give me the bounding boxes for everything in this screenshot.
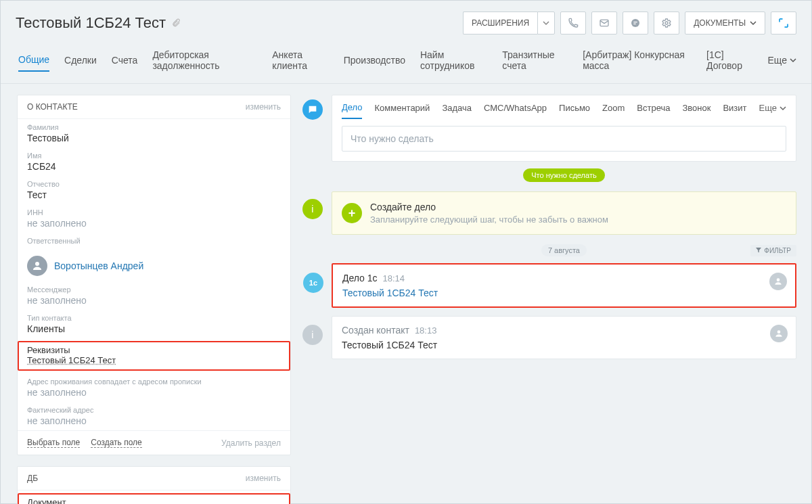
about-title: О КОНТАКТЕ: [27, 102, 78, 112]
tab-hiring[interactable]: Найм сотрудников: [420, 44, 487, 76]
tab-production[interactable]: Производство: [344, 49, 405, 71]
create-field-link[interactable]: Создать поле: [91, 438, 142, 448]
tab-invoices[interactable]: Счета: [112, 49, 138, 71]
user-avatar-icon: [27, 256, 47, 276]
tab-deals[interactable]: Сделки: [64, 49, 97, 71]
event2-user-icon[interactable]: [770, 325, 788, 342]
svg-point-2: [665, 22, 668, 24]
tab-more[interactable]: Еще: [768, 49, 797, 71]
requisites-value[interactable]: Тестовый 1СБ24 Тест: [27, 355, 281, 365]
mail-button[interactable]: [591, 12, 617, 35]
main-tabs: Общие Сделки Счета Дебиторская задолженн…: [1, 44, 811, 84]
page-title: Тестовый 1СБ24 Тест: [16, 14, 166, 32]
act-tab-more[interactable]: Еще: [759, 103, 786, 118]
document-label: Документ: [27, 497, 281, 504]
select-field-link[interactable]: Выбрать поле: [27, 438, 80, 448]
inn-value: не заполнено: [27, 218, 281, 229]
patronymic-value: Тест: [27, 189, 281, 200]
about-contact-panel: О КОНТАКТЕ изменить ФамилияТестовый Имя1…: [17, 95, 291, 455]
attach-icon[interactable]: [171, 18, 181, 28]
act-tab-sms[interactable]: СМС/WhatsApp: [484, 103, 547, 118]
tab-debit[interactable]: Дебиторская задолженность: [152, 44, 257, 76]
patronymic-label: Отчество: [27, 180, 281, 188]
event-user-icon[interactable]: [769, 273, 787, 290]
contact-type-value: Клиенты: [27, 323, 281, 334]
responsible-label: Ответственный: [27, 237, 281, 245]
todo-pill: Что нужно сделать: [523, 168, 604, 182]
db-panel: ДБ изменить Документ паспорт 1234 456789…: [17, 466, 291, 504]
create-deal-title: Создайте дело: [370, 202, 608, 212]
info-grey-icon: i: [302, 325, 323, 345]
act-tab-deal[interactable]: Дело: [342, 102, 363, 119]
settings-button[interactable]: [654, 12, 679, 35]
activity-chat-icon: [302, 99, 323, 120]
act-tab-zoom[interactable]: Zoom: [602, 103, 625, 118]
tab-1c-contract[interactable]: [1С] Договор: [706, 44, 752, 76]
filter-button[interactable]: ФИЛЬТР: [750, 245, 796, 256]
act-tab-meeting[interactable]: Встреча: [637, 103, 670, 118]
activity-card: Дело Комментарий Задача СМС/WhatsApp Пис…: [332, 95, 796, 162]
requisites-highlight: Реквизиты Тестовый 1СБ24 Тест: [18, 341, 290, 371]
lastname-value: Тестовый: [27, 133, 281, 143]
fact-addr-label: Фактический адрес: [27, 406, 281, 414]
db-title: ДБ: [27, 474, 38, 483]
addr-match-label: Адрес проживания совпадает с адресом про…: [27, 377, 281, 386]
act-tab-task[interactable]: Задача: [442, 103, 472, 118]
firstname-label: Имя: [27, 152, 281, 160]
svg-point-3: [35, 262, 39, 266]
extensions-dropdown[interactable]: [537, 12, 555, 35]
addr-match-value: не заполнено: [27, 387, 281, 398]
messenger-value: не заполнено: [27, 295, 281, 306]
act-tab-comment[interactable]: Комментарий: [374, 103, 430, 118]
firstname-value: 1СБ24: [27, 161, 281, 172]
chat-button[interactable]: [623, 12, 648, 35]
inn-label: ИНН: [27, 208, 281, 216]
requisites-label: Реквизиты: [27, 345, 281, 355]
responsible-user[interactable]: Воротынцев Андрей: [54, 260, 143, 271]
event2-text: Тестовый 1СБ24 Тест: [342, 340, 786, 350]
act-tab-visit[interactable]: Визит: [723, 103, 746, 118]
event2-time: 18:13: [415, 325, 437, 336]
task-input[interactable]: Что нужно сделать: [342, 126, 786, 152]
activity-tabs: Дело Комментарий Задача СМС/WhatsApp Пис…: [342, 102, 786, 119]
delete-section-link[interactable]: Удалить раздел: [221, 438, 281, 448]
tab-client-form[interactable]: Анкета клиента: [272, 44, 328, 76]
about-edit[interactable]: изменить: [246, 102, 281, 112]
tab-transit[interactable]: Транзитные счета: [502, 44, 568, 76]
onec-icon: 1c: [303, 273, 323, 293]
document-highlight: Документ паспорт 1234 4567891: [18, 493, 290, 504]
tab-arbitration[interactable]: [Арбитраж] Конкурсная масса: [583, 44, 692, 76]
svg-point-5: [777, 330, 781, 334]
create-deal-card[interactable]: i + Создайте дело Запланируйте следующий…: [332, 191, 796, 235]
event2-title: Создан контакт: [342, 325, 409, 336]
call-button[interactable]: [560, 12, 586, 35]
act-tab-call[interactable]: Звонок: [682, 103, 710, 118]
fact-addr-value: не заполнено: [27, 415, 281, 426]
event-deal-1c[interactable]: 1c Дело 1с 18:14 Тестовый 1СБ24 Тест: [332, 263, 796, 308]
create-deal-sub: Запланируйте следующий шаг, чтобы не заб…: [370, 214, 608, 225]
extensions-button[interactable]: РАСШИРЕНИЯ: [463, 12, 537, 35]
info-icon: i: [302, 199, 323, 219]
act-tab-email[interactable]: Письмо: [559, 103, 590, 118]
event-contact-created[interactable]: i Создан контакт 18:13 Тестовый 1СБ24 Те…: [332, 316, 796, 359]
contact-type-label: Тип контакта: [27, 314, 281, 322]
event-link[interactable]: Тестовый 1СБ24 Тест: [342, 288, 438, 298]
db-edit[interactable]: изменить: [246, 474, 281, 483]
svg-point-4: [777, 278, 780, 281]
event-title: Дело 1с: [342, 273, 378, 283]
messenger-label: Мессенджер: [27, 285, 281, 294]
plus-icon[interactable]: +: [342, 203, 362, 223]
date-chip: 7 августа: [541, 244, 587, 256]
refresh-button[interactable]: [771, 12, 796, 35]
lastname-label: Фамилия: [27, 123, 281, 131]
svg-point-1: [631, 19, 639, 27]
documents-button[interactable]: ДОКУМЕНТЫ: [685, 12, 765, 35]
tab-general[interactable]: Общие: [18, 49, 49, 72]
event-time: 18:14: [383, 273, 405, 283]
